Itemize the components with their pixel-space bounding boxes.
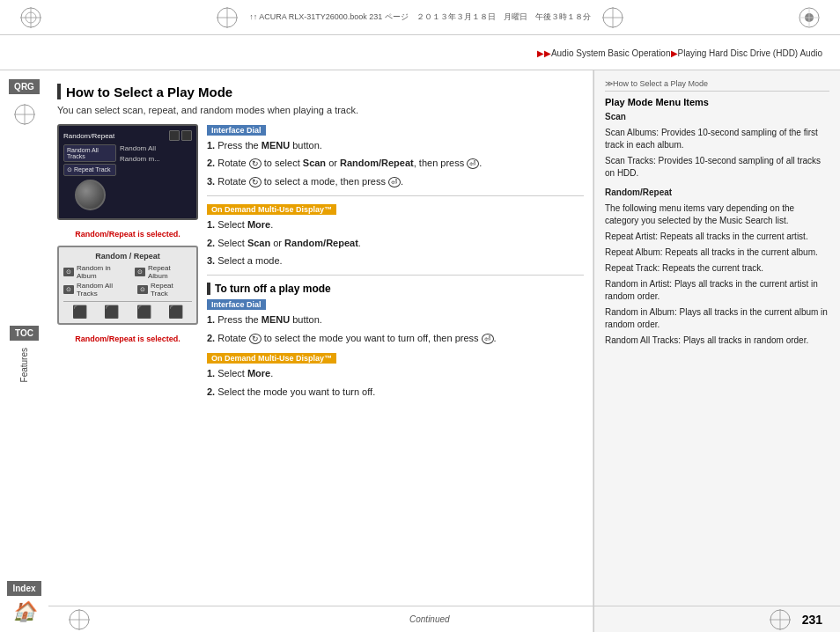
reg-mark-bottom-right <box>767 606 793 633</box>
screen2-row2: ⊙ Random All Tracks ⊙ Repeat Track <box>63 282 192 298</box>
screen1-knob <box>75 180 106 210</box>
scan-tracks-text: Scan Tracks: Provides 10-second sampling… <box>605 155 829 180</box>
screen2-mockup: Random / Repeat ⊙ Random in Album ⊙ Repe… <box>57 246 198 325</box>
footer-left <box>66 606 92 633</box>
turn-off-title: To turn off a play mode <box>207 283 584 295</box>
interface-dial-label2: Interface Dial <box>207 299 266 310</box>
screen1-right: Random All Random m... <box>120 144 192 214</box>
screen2-row2a: Random All Tracks <box>77 282 135 298</box>
header-top: ↑↑ ACURA RLX-31TY26000.book 231 ページ ２０１３… <box>0 0 840 35</box>
right-panel-main-title: Play Mode Menu Items <box>605 97 829 107</box>
sidebar-bottom: Index 🏠 <box>7 581 41 623</box>
content-columns: Random/Repeat Random AllTracks ⊙ Repeat … <box>57 124 584 403</box>
section-title-bar <box>57 84 61 99</box>
sidebar: QRG TOC Features Index 🏠 <box>0 70 48 632</box>
tod-step1: 1. Select More. <box>207 367 584 380</box>
screen1-selected: Random/Repeat is selected. <box>57 230 198 239</box>
reg-mark-top-center-left <box>214 4 240 31</box>
od-step1: 1. Select More. <box>207 218 584 231</box>
sidebar-qrg-tag[interactable]: QRG <box>9 79 40 94</box>
screen1-left: Random AllTracks ⊙ Repeat Track <box>63 144 116 214</box>
step1: 1. Press the MENU button. <box>207 139 584 152</box>
screen2-repeat-track-btn: ⊙ <box>137 285 148 294</box>
screen1-random-m: Random m... <box>120 155 192 163</box>
random-album-text: Random in Album: Plays all tracks in the… <box>605 306 829 331</box>
breadcrumb: ▶▶Audio System Basic Operation▶Playing H… <box>0 35 840 70</box>
bottom-section: On Demand Multi-Use Display™ 1. Select M… <box>207 352 584 399</box>
scan-header: Scan <box>605 111 829 123</box>
reg-mark-top-left <box>18 4 44 31</box>
crosshair-group: ↑↑ ACURA RLX-31TY26000.book 231 ページ ２０１３… <box>214 4 626 31</box>
screen2-bottom: ⬛ ⬛ ⬛ ⬛ <box>63 301 192 319</box>
screen2-selected: Random/Repeat is selected. <box>57 334 198 343</box>
page-number: 231 <box>802 613 822 627</box>
step3: 3. Rotate ↻ to select a mode, then press… <box>207 175 584 188</box>
on-demand-label1: On Demand Multi-Use Display™ <box>207 204 336 215</box>
divider2 <box>207 275 584 276</box>
continued-text: Continued <box>409 614 450 624</box>
random-repeat-header: Random/Repeat <box>605 187 829 199</box>
screen2-repeat-album-btn: ⊙ <box>135 268 145 276</box>
footer: Continued 231 <box>48 606 840 632</box>
screen2-row2b: Repeat Track <box>151 282 192 298</box>
section-title: How to Select a Play Mode <box>66 85 232 99</box>
on-demand-label2: On Demand Multi-Use Display™ <box>207 353 336 364</box>
screen2-icon3: ⬛ <box>136 305 151 319</box>
tod-step2: 2. Select the mode you want to turn off. <box>207 386 584 399</box>
repeat-artist-text: Repeat Artist: Repeats all tracks in the… <box>605 231 829 243</box>
to-step1: 1. Press the MENU button. <box>207 313 584 327</box>
file-info: ↑↑ ACURA RLX-31TY26000.book 231 ページ ２０１３… <box>249 11 591 23</box>
reg-mark-top-right <box>796 4 822 31</box>
home-icon[interactable]: 🏠 <box>12 600 36 623</box>
reg-mark-left <box>11 101 38 128</box>
instructions-column: Interface Dial 1. Press the MENU button.… <box>207 124 584 403</box>
screen2-row1b: Repeat Album <box>148 264 192 280</box>
screen2-row1a: Random in Album <box>77 264 132 280</box>
screen-column: Random/Repeat Random AllTracks ⊙ Repeat … <box>57 124 198 403</box>
screen1-btn2: ⊙ Repeat Track <box>63 164 116 176</box>
divider1 <box>207 195 584 196</box>
reg-mark-top-center-right <box>600 4 626 31</box>
repeat-album-text: Repeat Album: Repeats all tracks in the … <box>605 246 829 259</box>
screen1-title: Random/Repeat <box>63 132 114 140</box>
sidebar-middle: TOC Features <box>10 326 39 382</box>
repeat-track-text: Repeat Track: Repeats the current track. <box>605 262 829 275</box>
left-panel: How to Select a Play Mode You can select… <box>48 70 593 632</box>
screen2-icon4: ⬛ <box>168 305 183 319</box>
screen2-icon2: ⬛ <box>104 305 119 319</box>
od-step2: 2. Select Scan or Random/Repeat. <box>207 237 584 250</box>
screen1-inner: Random AllTracks ⊙ Repeat Track Random A… <box>63 144 192 214</box>
to-step2: 2. Rotate ↻ to select the mode you want … <box>207 332 584 345</box>
sidebar-features-label: Features <box>19 348 29 382</box>
screen1-random-all: Random All <box>120 144 192 152</box>
screen1-mockup: Random/Repeat Random AllTracks ⊙ Repeat … <box>57 124 198 220</box>
interface-dial-label1: Interface Dial <box>207 125 266 136</box>
sidebar-top: QRG <box>9 79 40 128</box>
screen2-title: Random / Repeat <box>63 252 192 261</box>
screen1-btn1: Random AllTracks <box>63 144 116 162</box>
nav-text: ▶▶Audio System Basic Operation▶Playing H… <box>537 48 822 58</box>
screen2-random-album-btn: ⊙ <box>63 268 74 276</box>
random-repeat-desc: The following menu items vary depending … <box>605 202 829 227</box>
step2: 2. Rotate ↻ to select Scan or Random/Rep… <box>207 157 584 170</box>
subtitle: You can select scan, repeat, and random … <box>57 105 584 115</box>
od-step3: 3. Select a mode. <box>207 254 584 268</box>
footer-right: 231 <box>767 606 822 633</box>
screen2-row1: ⊙ Random in Album ⊙ Repeat Album <box>63 264 192 280</box>
reg-mark-bottom-left <box>66 606 92 633</box>
screen2-icon1: ⬛ <box>72 305 87 319</box>
right-panel: ≫How to Select a Play Mode Play Mode Men… <box>593 70 840 632</box>
scan-albums-text: Scan Albums: Provides 10-second sampling… <box>605 127 829 151</box>
main-content: How to Select a Play Mode You can select… <box>48 70 840 632</box>
random-artist-text: Random in Artist: Plays all tracks in th… <box>605 278 829 303</box>
screen1-title-bar: Random/Repeat <box>63 130 192 141</box>
sidebar-toc-tag[interactable]: TOC <box>10 326 39 341</box>
random-all-text: Random All Tracks: Plays all tracks in r… <box>605 334 829 347</box>
sidebar-index-tag[interactable]: Index <box>7 581 41 596</box>
header: ↑↑ ACURA RLX-31TY26000.book 231 ページ ２０１３… <box>0 0 840 70</box>
section-title-container: How to Select a Play Mode <box>57 84 584 99</box>
turn-off-section: To turn off a play mode Interface Dial 1… <box>207 283 584 345</box>
subsection-bar <box>207 283 210 295</box>
right-panel-header: ≫How to Select a Play Mode <box>605 79 829 92</box>
screen2-random-all-btn: ⊙ <box>63 285 74 294</box>
